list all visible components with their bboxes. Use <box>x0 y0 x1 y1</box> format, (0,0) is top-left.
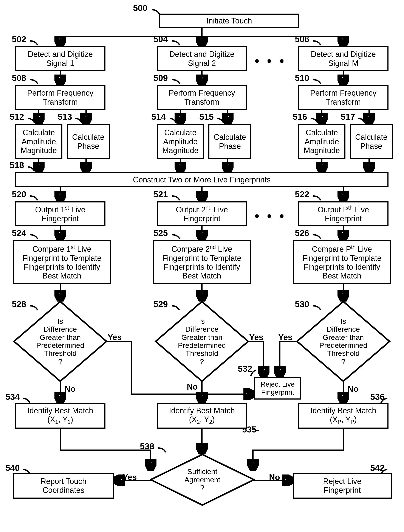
text: Identify Best Match(X1, Y1) <box>27 406 93 425</box>
edge-yes: Yes <box>249 333 264 342</box>
text: Detect and DigitizeSignal 2 <box>169 50 234 68</box>
box-freq-transform-m: Perform FrequencyTransform <box>298 85 389 110</box>
text: CalculatePhase <box>355 133 387 151</box>
edge-no: No <box>347 385 359 394</box>
ref-516: 516 <box>293 112 307 122</box>
ref-518: 518 <box>10 160 24 170</box>
text: Compare Pth LiveFingerprint to TemplateF… <box>303 244 382 280</box>
box-calc-amp-2: CalculateAmplitudeMagnitude <box>157 124 204 159</box>
decision-threshold-p: IsDifferenceGreater thanPredeterminedThr… <box>296 301 391 382</box>
box-output-fp-2: Output 2nd LiveFingerprint <box>157 201 247 226</box>
box-output-fp-p: Output Pth LiveFingerprint <box>298 201 389 226</box>
text: Identify Best Match(XP, YP) <box>310 406 376 425</box>
box-best-match-1: Identify Best Match(X1, Y1) <box>15 403 106 429</box>
text: Output 2nd LiveFingerprint <box>176 205 228 223</box>
edge-no: No <box>65 385 76 394</box>
text: Output Pth LiveFingerprint <box>317 205 369 223</box>
text: Compare 2nd LiveFingerprint to TemplateF… <box>162 244 241 280</box>
ref-522: 522 <box>295 190 309 199</box>
text: Reject LiveFingerprint <box>323 477 361 495</box>
text: CalculatePhase <box>214 133 246 151</box>
edge-no: No <box>187 382 198 391</box>
text: CalculatePhase <box>72 133 104 151</box>
text: CalculateAmplitudeMagnitude <box>21 128 57 155</box>
ref-542: 542 <box>370 463 385 473</box>
ref-506: 506 <box>295 34 309 44</box>
box-detect-signal-1: Detect and DigitizeSignal 1 <box>15 46 106 71</box>
ref-520: 520 <box>12 190 26 199</box>
box-reject-fp-bottom: Reject LiveFingerprint <box>293 473 392 499</box>
edge-yes: Yes <box>278 333 292 342</box>
box-compare-fp-p: Compare Pth LiveFingerprint to TemplateF… <box>293 240 391 284</box>
box-best-match-p: Identify Best Match(XP, YP) <box>298 403 389 429</box>
decision-sufficient-agreement: SufficientAgreement? <box>150 453 255 506</box>
ref-515: 515 <box>199 112 214 122</box>
ellipsis: • • • <box>255 53 286 68</box>
edge-no: No <box>269 473 280 482</box>
edge-yes: Yes <box>108 333 122 342</box>
text: Detect and DigitizeSignal 1 <box>28 50 93 68</box>
ref-532: 532 <box>238 364 252 374</box>
text: Perform FrequencyTransform <box>310 89 376 106</box>
box-detect-signal-m: Detect and DigitizeSignal M <box>298 46 389 71</box>
ref-536: 536 <box>370 392 385 402</box>
ref-540: 540 <box>5 463 20 473</box>
ref-512: 512 <box>10 112 24 122</box>
text: Perform FrequencyTransform <box>27 89 93 106</box>
box-output-fp-1: Output 1st LiveFingerprint <box>15 201 106 226</box>
ref-504: 504 <box>153 34 168 44</box>
text: CalculateAmplitudeMagnitude <box>304 128 340 155</box>
ref-500: 500 <box>133 3 147 13</box>
box-construct-fingerprints: Construct Two or More Live Fingerprints <box>15 172 389 187</box>
ref-517: 517 <box>341 112 355 122</box>
text: Construct Two or More Live Fingerprints <box>133 175 271 184</box>
ref-521: 521 <box>153 190 168 199</box>
ref-502: 502 <box>12 34 26 44</box>
ref-524: 524 <box>12 228 26 238</box>
ref-525: 525 <box>153 228 168 238</box>
text: Initiate Touch <box>206 16 252 25</box>
text: Perform FrequencyTransform <box>169 89 235 106</box>
edge-yes: Yes <box>123 473 137 482</box>
box-calc-phase-1: CalculatePhase <box>67 124 110 159</box>
box-detect-signal-2: Detect and DigitizeSignal 2 <box>157 46 247 71</box>
decision-threshold-2: IsDifferenceGreater thanPredeterminedThr… <box>155 301 249 382</box>
ref-510: 510 <box>295 73 309 83</box>
box-freq-transform-1: Perform FrequencyTransform <box>15 85 106 110</box>
box-calc-amp-1: CalculateAmplitudeMagnitude <box>15 124 63 159</box>
text: Reject LiveFingerprint <box>261 380 295 396</box>
box-report-touch: Report TouchCoordinates <box>13 473 114 499</box>
text: Detect and DigitizeSignal M <box>311 50 376 68</box>
text: Report TouchCoordinates <box>40 477 86 495</box>
text: CalculateAmplitudeMagnitude <box>162 128 198 155</box>
ellipsis: • • • <box>255 208 286 223</box>
box-best-match-2: Identify Best Match(X2, Y2) <box>157 403 247 429</box>
box-reject-fp-top: Reject LiveFingerprint <box>254 377 301 399</box>
text: IsDifferenceGreater thanPredeterminedThr… <box>319 317 367 365</box>
box-compare-fp-2: Compare 2nd LiveFingerprint to TemplateF… <box>153 240 251 284</box>
text: IsDifferenceGreater thanPredeterminedThr… <box>36 317 84 365</box>
text: Identify Best Match(X2, Y2) <box>169 406 235 425</box>
decision-threshold-1: IsDifferenceGreater thanPredeterminedThr… <box>13 301 108 382</box>
ref-514: 514 <box>151 112 166 122</box>
text: IsDifferenceGreater thanPredeterminedThr… <box>178 317 226 365</box>
text: Output 1st LiveFingerprint <box>35 205 85 223</box>
ref-508: 508 <box>12 73 26 83</box>
text: Compare 1st LiveFingerprint to TemplateF… <box>22 244 101 280</box>
box-compare-fp-1: Compare 1st LiveFingerprint to TemplateF… <box>13 240 111 284</box>
ref-526: 526 <box>295 228 309 238</box>
box-initiate-touch: Initiate Touch <box>159 13 299 28</box>
ref-538: 538 <box>140 442 154 451</box>
ref-534: 534 <box>5 392 20 402</box>
box-calc-phase-m: CalculatePhase <box>350 124 393 159</box>
ref-513: 513 <box>58 112 72 122</box>
box-calc-amp-m: CalculateAmplitudeMagnitude <box>298 124 346 159</box>
box-calc-phase-2: CalculatePhase <box>208 124 251 159</box>
ref-509: 509 <box>153 73 168 83</box>
box-freq-transform-2: Perform FrequencyTransform <box>157 85 247 110</box>
text: SufficientAgreement? <box>184 468 220 492</box>
